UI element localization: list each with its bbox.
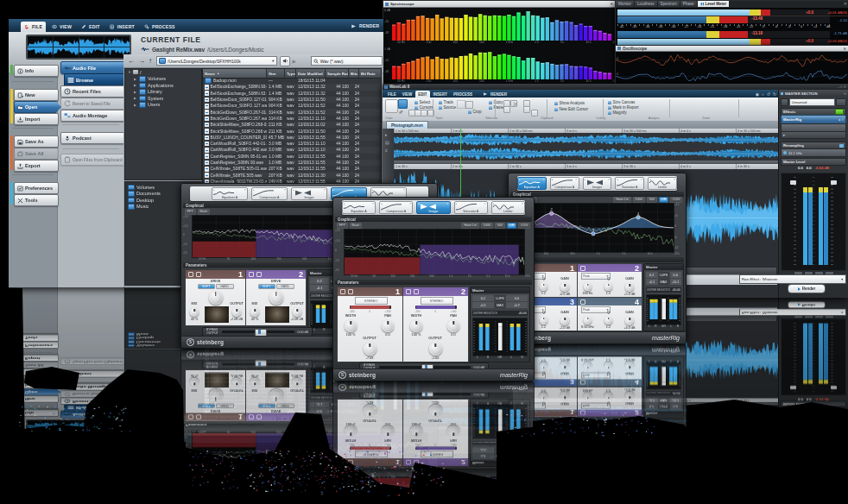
knob[interactable] [519,393,527,400]
resampling-slot[interactable]: 44.1 kHz [781,148,846,157]
table-row[interactable]: BellStoneDoor_S08FO.127-01.wav904 KBwav1… [203,97,381,103]
menu-tab-view[interactable]: VIEW [48,436,75,442]
panel-power-icon[interactable] [580,299,585,305]
quick-tool-icon[interactable]: ▤ [786,455,790,459]
quick-tool-icon[interactable]: ⌕ [762,91,764,98]
graph-tool-log[interactable]: LOG [670,472,682,477]
graph-tool-500[interactable]: 500 [647,472,657,477]
graph-tool-log[interactable]: LOG [670,197,682,203]
knob[interactable] [625,392,634,400]
ribbon-mini-button[interactable] [531,439,538,444]
module-button-imager[interactable]: Imager▴✕ [291,485,327,497]
panel-power-icon[interactable] [580,266,585,271]
column-header-type[interactable]: Type [285,69,296,78]
menu-tab-insert[interactable]: INSERT [106,22,138,32]
ribbon-mini-button[interactable] [421,110,427,117]
sidebar-item-import[interactable]: Import [14,381,59,388]
submenu-item-podcast[interactable]: Podcast [60,132,128,144]
column-header-type[interactable]: Type [285,409,296,414]
module-button-imager[interactable]: Imager▴✕ [583,177,612,190]
table-row[interactable]: BellStockExchange_S08IN.63.wav1.4 MBwav1… [203,398,381,401]
knob[interactable] [584,283,592,291]
tree-item-volumes[interactable]: ▶Volumes [125,406,201,410]
ribbon-item-magnify[interactable]: Magnify [608,110,627,115]
tree-item-users[interactable]: ▶Users [125,102,201,109]
column-header-name[interactable]: Name▲ [203,409,267,414]
panel-power-icon[interactable] [188,272,193,277]
submenu-item-browse[interactable]: Browse [64,404,131,412]
preset-field[interactable]: Unnamed [789,448,835,454]
knob[interactable] [364,405,377,417]
knob[interactable] [364,343,377,356]
column-header-date-modified[interactable]: Date Modified [296,69,326,78]
sidebar-item-tools[interactable]: Tools [14,194,59,206]
sidebar-item-import[interactable]: Import [14,113,59,125]
column-header-sample-rate[interactable]: Sample Rate [326,69,349,78]
knob[interactable] [293,308,301,317]
knob[interactable] [560,317,569,325]
ribbon-item-cursors[interactable]: Cursors [415,444,433,448]
sidebar-item-export[interactable]: Export [14,355,59,362]
ribbon-item-copy[interactable]: Copy [489,449,503,452]
knob[interactable] [447,425,459,437]
montage-tab-view[interactable]: VIEW [400,91,415,98]
graph-tool-basic[interactable]: Basic [198,472,211,477]
preset-icon[interactable] [781,98,788,106]
table-row[interactable]: CellVibrate_S08TE.505.wav207 KBwav12/03/… [203,172,381,178]
knob[interactable] [604,362,612,369]
module-button-equalizer-a[interactable]: Equalizer A▴✕ [517,483,547,495]
panel-solo-icon[interactable] [348,289,353,294]
quick-tool-icon[interactable]: ↻ [773,91,776,97]
tree-item-system[interactable]: ▶System [125,395,201,399]
sidebar-item-export[interactable]: Export [14,160,59,172]
ribbon-mini-button[interactable] [408,439,415,444]
montage-tab-render[interactable]: RENDER [480,91,509,98]
table-row[interactable]: CashRegister_S08IN.95-01.wav1.0 MBwav12/… [203,154,381,160]
table-row[interactable]: BellStoneDoor_S08FO.127.wav904 KBwav12/0… [203,391,381,394]
sidebar-item-open[interactable]: Open [14,388,61,395]
submenu-item-revert-to-saved-file[interactable]: Revert to Saved File [60,391,128,398]
ribbon-mini-button[interactable] [531,110,538,117]
ribbon-item-copy[interactable]: Copy [489,100,503,104]
knob[interactable] [410,425,422,437]
knob[interactable] [429,405,442,417]
graph-tool-basic[interactable]: Basic [198,209,211,215]
back-button[interactable]: ← [128,57,135,65]
doc-tab[interactable]: Photograph.mon [386,430,428,436]
knob[interactable] [447,320,459,332]
knob[interactable] [625,362,634,369]
search-field[interactable]: Wav (*.wav) [311,56,383,66]
table-row[interactable]: BellStockExchange_S08IN.93-01.wav1.4 MBw… [203,84,381,90]
module-button-limiter[interactable]: Limiter▴✕ [370,485,407,497]
quick-tool-icon[interactable]: ↺ [767,455,770,459]
resampling-slot[interactable]: 44.1 kHz [781,407,846,414]
close-icon[interactable]: ✕ [610,2,613,6]
knob[interactable] [604,283,612,291]
mode-toggle-hard[interactable]: HARD [216,404,234,409]
module-button-limiter[interactable]: Limiter▴✕ [648,483,677,495]
ribbon-bigbutton-2[interactable] [398,445,408,453]
graph-tool-fft[interactable]: FFT [512,472,523,477]
effect-slot-masterrig[interactable]: MasterRig▸ ≡ [781,433,846,441]
montage-tab-view[interactable]: VIEW [400,454,415,459]
module-button-equalizer-a[interactable]: Equalizer A▴✕ [212,485,248,497]
knob[interactable] [232,308,241,317]
menu-tab-edit[interactable]: EDIT [78,22,104,32]
ribbon-mini-button[interactable] [523,106,530,113]
ribbon-bigbutton-2[interactable] [398,99,408,109]
ribbon-mini-button[interactable] [503,106,510,113]
close-icon[interactable]: ✕ [844,1,847,8]
tree-item-applications[interactable]: ▶Applications [125,82,201,89]
master-mini-button[interactable] [814,313,824,318]
quick-tool-icon[interactable]: ◉ [756,455,759,459]
montage-tab-process[interactable]: PROCESS [451,91,475,98]
table-row[interactable]: BrickGetDown_S08FO.267-01.wav314 KBwav12… [203,387,381,391]
knob[interactable] [232,378,241,386]
graph-tool-log[interactable]: LOG [421,472,433,477]
ribbon-item-mark-in-report[interactable]: Mark in Report [608,105,639,110]
module-button-limiter[interactable]: Limiter▴✕ [491,201,525,214]
knob[interactable] [560,283,569,292]
preset-tools-icon[interactable] [836,448,846,454]
ribbon-item-new-edit-cursor[interactable]: New Edit Cursor [554,107,588,111]
ribbon-item-track[interactable]: Track [439,100,453,104]
